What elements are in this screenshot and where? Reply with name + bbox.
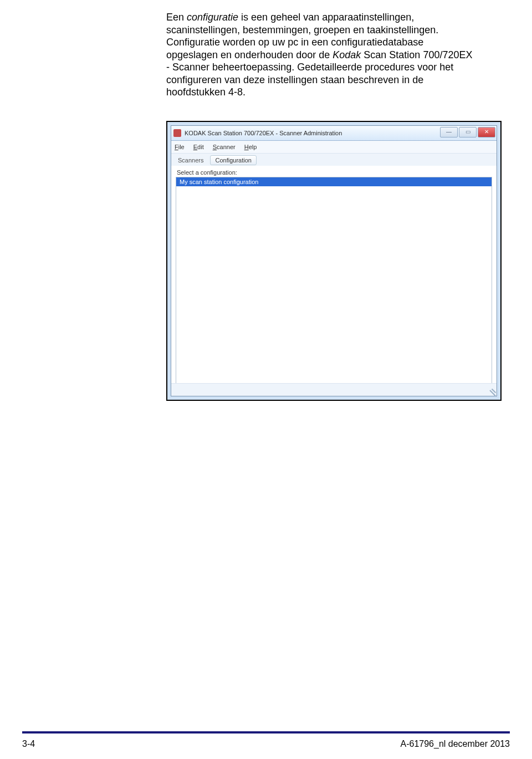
maximize-button[interactable]: ▭ — [459, 127, 477, 137]
footer-page-number: 3-4 — [22, 739, 35, 749]
content-area: Select a configuration: My scan station … — [171, 166, 497, 384]
text-italic-kodak: Kodak — [332, 49, 361, 60]
tab-configuration[interactable]: Configuration — [210, 155, 256, 165]
minimize-button[interactable]: — — [440, 127, 458, 137]
app-window: KODAK Scan Station 700/720EX - Scanner A… — [171, 125, 497, 396]
titlebar: KODAK Scan Station 700/720EX - Scanner A… — [171, 126, 497, 141]
close-button[interactable]: ✕ — [478, 127, 495, 137]
menu-edit[interactable]: Edit — [193, 144, 204, 150]
config-listbox[interactable]: My scan station configuration — [176, 177, 492, 389]
text-italic-configuratie: configuratie — [187, 12, 238, 23]
resize-grip-icon[interactable] — [488, 387, 495, 395]
tab-scanners[interactable]: Scanners — [175, 156, 207, 165]
menubar: File Edit Scanner Help — [171, 141, 497, 154]
menu-file[interactable]: File — [175, 144, 185, 150]
menu-scanner[interactable]: Scanner — [213, 144, 236, 150]
app-icon — [173, 129, 181, 137]
footer-doc-id: A-61796_nl december 2013 — [401, 739, 510, 749]
menu-help[interactable]: Help — [244, 144, 257, 150]
window-title: KODAK Scan Station 700/720EX - Scanner A… — [185, 130, 342, 136]
body-paragraph: Een configuratie is een geheel van appar… — [166, 11, 477, 99]
window-controls: — ▭ ✕ — [440, 127, 495, 137]
text-run: Een — [166, 12, 187, 23]
page: Een configuratie is een geheel van appar… — [0, 0, 532, 759]
screenshot-frame: KODAK Scan Station 700/720EX - Scanner A… — [166, 121, 502, 401]
footer-rule — [22, 731, 510, 733]
list-item[interactable]: My scan station configuration — [176, 177, 492, 186]
statusbar — [171, 383, 497, 396]
select-config-label: Select a configuration: — [171, 166, 497, 177]
